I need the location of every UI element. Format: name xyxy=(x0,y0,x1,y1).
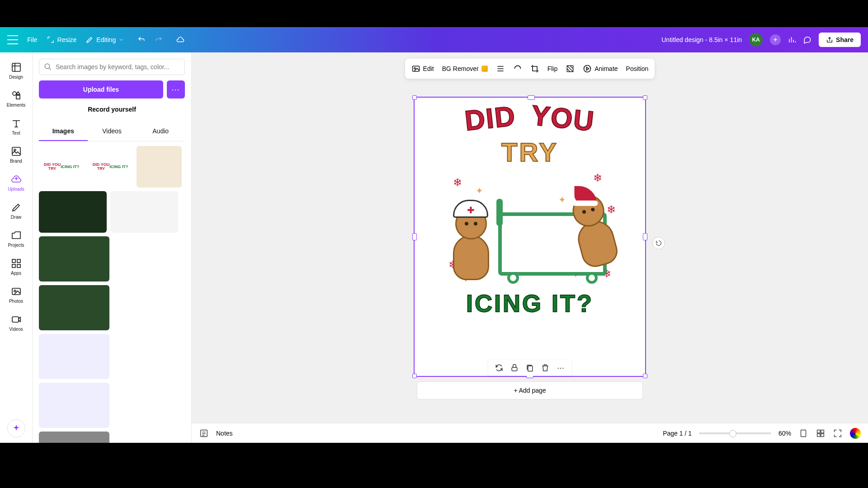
undo-icon[interactable] xyxy=(137,36,146,44)
upload-thumb[interactable] xyxy=(39,236,109,282)
edit-icon xyxy=(411,64,420,73)
duplicate-element-icon[interactable] xyxy=(525,363,534,372)
upload-thumb[interactable] xyxy=(39,285,109,330)
svg-point-4 xyxy=(14,149,16,151)
artwork-text-try: TRY xyxy=(501,137,558,167)
rail-projects[interactable]: Projects xyxy=(2,225,31,252)
artwork-text-icing: ICING IT? xyxy=(466,289,594,317)
rail-uploads[interactable]: Uploads xyxy=(2,169,31,196)
editing-mode-button[interactable]: Editing xyxy=(85,36,124,44)
search-input[interactable] xyxy=(56,63,180,70)
resize-handle[interactable] xyxy=(643,374,647,378)
upload-thumb[interactable] xyxy=(137,146,182,188)
svg-rect-7 xyxy=(12,264,15,267)
add-page-button[interactable]: + Add page xyxy=(417,381,643,399)
document-title[interactable]: Untitled design - 8.5in × 11in xyxy=(661,36,742,43)
resize-handle[interactable] xyxy=(643,95,647,100)
crop-icon[interactable] xyxy=(530,64,539,73)
bg-remover-button[interactable]: BG Remover xyxy=(442,65,488,72)
share-button[interactable]: Share xyxy=(819,33,861,47)
rail-design[interactable]: Design xyxy=(2,57,31,84)
rail-photos[interactable]: Photos xyxy=(2,281,31,308)
uploads-panel: Upload files ⋯ Record yourself Images Vi… xyxy=(33,52,192,443)
regenerate-icon[interactable] xyxy=(495,363,504,372)
resize-icon xyxy=(47,36,55,44)
add-member-button[interactable]: + xyxy=(770,34,781,45)
notes-label[interactable]: Notes xyxy=(216,430,233,437)
uploads-grid: DID YOUTRYICING IT? DID YOUTRYICING IT? xyxy=(39,146,185,443)
upload-more-button[interactable]: ⋯ xyxy=(167,80,185,99)
videos-icon xyxy=(11,314,22,325)
search-icon xyxy=(44,63,52,71)
chevron-down-icon xyxy=(118,36,124,44)
pro-badge-icon xyxy=(481,66,488,72)
artwork-scene: ❄ ❄ ❄ ❄ ❄ ✦ ✦ ✦ ✦ xyxy=(448,172,611,285)
context-toolbar: Edit BG Remover Flip Animate Position xyxy=(405,59,655,79)
rail-text[interactable]: Text xyxy=(2,113,31,140)
share-icon xyxy=(826,36,833,43)
svg-rect-5 xyxy=(12,259,15,263)
grid-view-icon[interactable] xyxy=(816,428,826,438)
design-canvas[interactable]: DID YOU TRY ❄ ❄ ❄ ❄ ❄ ✦ ✦ ✦ ✦ xyxy=(415,98,645,376)
transparency-icon[interactable] xyxy=(566,64,575,73)
svg-point-1 xyxy=(13,92,16,95)
tab-audio[interactable]: Audio xyxy=(136,122,185,141)
position-button[interactable]: Position xyxy=(626,65,649,72)
rotate-icon[interactable] xyxy=(513,64,522,73)
record-yourself-button[interactable]: Record yourself xyxy=(39,101,185,117)
help-icon[interactable] xyxy=(850,428,861,439)
edit-image-button[interactable]: Edit xyxy=(411,64,434,73)
rail-draw[interactable]: Draw xyxy=(2,197,31,224)
brand-icon xyxy=(11,146,22,157)
resize-handle[interactable] xyxy=(412,233,417,240)
rail-brand[interactable]: Brand xyxy=(2,141,31,168)
animate-button[interactable]: Animate xyxy=(583,64,618,73)
tab-videos[interactable]: Videos xyxy=(88,122,137,141)
page-view-icon[interactable] xyxy=(798,428,808,438)
rail-videos[interactable]: Videos xyxy=(2,309,31,336)
more-actions-icon[interactable]: ⋯ xyxy=(556,363,565,372)
artwork-text-did: DID xyxy=(463,99,518,136)
resize-handle[interactable] xyxy=(643,233,647,240)
svg-rect-25 xyxy=(821,430,824,432)
comment-icon[interactable] xyxy=(803,36,811,44)
svg-rect-3 xyxy=(12,147,20,155)
zoom-slider[interactable] xyxy=(699,432,771,434)
animate-icon xyxy=(583,64,592,73)
rail-apps[interactable]: Apps xyxy=(2,253,31,280)
delete-element-icon[interactable] xyxy=(541,363,550,372)
user-avatar[interactable]: KA xyxy=(749,33,763,47)
fullscreen-icon[interactable] xyxy=(833,428,843,438)
media-tabs: Images Videos Audio xyxy=(39,122,185,141)
upload-thumb[interactable] xyxy=(39,383,109,428)
flip-button[interactable]: Flip xyxy=(547,65,558,72)
upload-thumb[interactable]: DID YOUTRYICING IT? xyxy=(39,146,84,188)
svg-rect-0 xyxy=(12,63,20,71)
upload-thumb[interactable] xyxy=(39,432,109,443)
search-input-wrapper[interactable] xyxy=(39,59,185,75)
resize-button[interactable]: Resize xyxy=(47,36,77,44)
upload-thumb[interactable] xyxy=(110,191,178,233)
gingerbread-nurse xyxy=(444,203,498,280)
upload-thumb[interactable]: DID YOUTRYICING IT? xyxy=(88,146,133,188)
notes-icon[interactable] xyxy=(199,428,209,438)
zoom-level[interactable]: 60% xyxy=(778,430,791,437)
cloud-sync-icon[interactable] xyxy=(176,36,184,44)
resize-handle[interactable] xyxy=(412,374,417,378)
analytics-icon[interactable] xyxy=(788,36,796,44)
upload-thumb[interactable] xyxy=(39,334,109,379)
list-icon[interactable] xyxy=(496,64,505,73)
svg-rect-21 xyxy=(528,366,533,371)
file-menu[interactable]: File xyxy=(27,36,38,43)
lock-element-icon[interactable] xyxy=(510,363,519,372)
rotate-handle[interactable] xyxy=(652,237,665,249)
redo-icon[interactable] xyxy=(155,36,163,44)
tab-images[interactable]: Images xyxy=(39,122,88,141)
resize-handle[interactable] xyxy=(412,95,417,100)
upload-files-button[interactable]: Upload files xyxy=(39,80,163,99)
upload-thumb[interactable] xyxy=(39,191,107,233)
magic-button[interactable] xyxy=(7,419,25,437)
hamburger-menu-icon[interactable] xyxy=(7,35,18,44)
artwork-text-you: YOU xyxy=(530,99,596,137)
rail-elements[interactable]: Elements xyxy=(2,85,31,112)
